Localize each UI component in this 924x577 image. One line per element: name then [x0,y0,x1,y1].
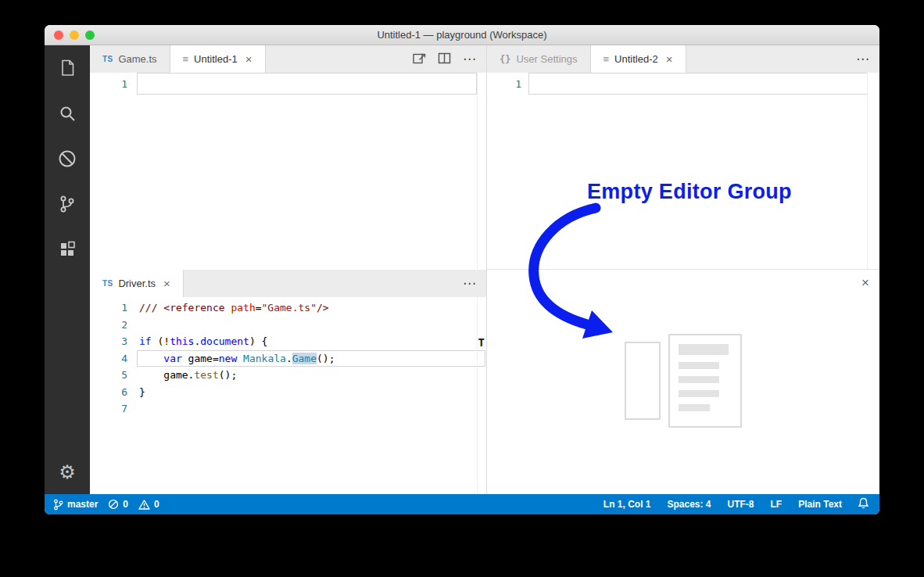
current-line-highlight [528,73,868,95]
code-token: game. [139,369,194,381]
window-title: Untitled-1 — playground (Workspace) [377,29,546,41]
tab-bar-left-top: TS Game.ts ≡ Untitled-1 × [90,45,486,73]
close-tab-icon[interactable]: × [163,278,170,289]
close-window-button[interactable] [54,30,63,40]
code-token: Game [292,353,317,364]
code-line[interactable]: 6} [90,384,486,401]
close-group-button[interactable]: × [861,276,869,289]
tab-driver-ts[interactable]: TS Driver.ts × [90,270,184,297]
json-settings-icon: {} [500,54,510,65]
watermark-bar [679,344,729,355]
activity-extensions[interactable] [45,227,90,272]
editor-line: 1 [90,73,486,95]
line-number[interactable]: 1 [90,299,127,317]
code-token: "Game.ts" [262,302,317,314]
warnings-status[interactable]: 0 [138,499,159,510]
line-number[interactable]: 6 [90,384,127,401]
ruler-line [477,297,478,494]
code-line[interactable]: 1/// <reference path="Game.ts"/> [90,299,486,317]
editor-untitled-1[interactable]: 1 [90,73,486,270]
tab-label: Untitled-1 [194,53,238,65]
more-actions-button[interactable]: ⋯ [463,52,476,66]
status-bar: master 0 0 Ln 1, Col 1 Spaces: 4 UTF-8 L… [45,494,879,514]
more-actions-button[interactable]: ⋯ [463,277,476,290]
code-token: /> [317,302,329,314]
indentation-status[interactable]: Spaces: 4 [667,499,711,510]
code-line[interactable]: 5 game.test(); [90,367,486,384]
activity-explorer[interactable] [45,45,90,91]
empty-group-watermark [625,334,742,428]
line-number[interactable]: 2 [90,317,127,334]
editor-group-right-top: {} User Settings ≡ Untitled-2 × ⋯ [487,45,879,270]
code-line[interactable]: 7 [90,400,486,418]
line-number[interactable]: 7 [90,400,127,418]
notifications-button[interactable] [858,497,868,511]
editor-group-left-bottom: TS Driver.ts × ⋯ 1/// <reference path="G… [90,270,486,494]
open-preview-button[interactable] [413,52,426,66]
tab-untitled-1[interactable]: ≡ Untitled-1 × [170,45,266,73]
tab-bar-right-top: {} User Settings ≡ Untitled-2 × ⋯ [487,45,879,73]
editor-driver-ts[interactable]: 1/// <reference path="Game.ts"/>23if (!t… [90,297,486,494]
text-cursor-icon: T [478,336,485,349]
watermark-bar [679,362,719,369]
code-token: test [194,369,218,381]
horizontal-sash-left[interactable] [90,268,486,272]
horizontal-sash-right[interactable] [486,268,879,272]
tab-untitled-2[interactable]: ≡ Untitled-2 × [591,45,686,73]
editor-untitled-2[interactable]: 1 [487,73,879,269]
titlebar[interactable]: Untitled-1 — playground (Workspace) [45,25,879,45]
line-number[interactable]: 4 [90,350,127,367]
tab-user-settings[interactable]: {} User Settings [487,45,591,73]
code-token: (); [317,353,335,364]
annotation-text: Empty Editor Group [587,180,792,204]
line-number[interactable]: 5 [90,367,127,384]
line-number[interactable]: 1 [487,78,521,90]
error-icon [108,499,119,510]
tab-label: Game.ts [118,53,156,65]
line-number[interactable]: 1 [90,78,127,90]
activity-source-control[interactable] [45,181,90,227]
tab-label: User Settings [516,53,577,65]
code-token: . [286,353,292,364]
editor-group-left-top: TS Game.ts ≡ Untitled-1 × [90,45,486,270]
zoom-window-button[interactable] [85,30,95,40]
tab-game-ts[interactable]: TS Game.ts [90,45,170,73]
warning-count: 0 [154,499,159,510]
activity-search[interactable] [45,91,90,136]
errors-status[interactable]: 0 [108,499,128,510]
eol-status[interactable]: LF [771,499,783,510]
close-tab-icon[interactable]: × [245,53,252,65]
search-icon [58,104,77,123]
empty-editor-group[interactable]: × [487,270,879,494]
editor-line: 1 [487,73,879,95]
error-count: 0 [123,499,128,510]
ruler-line [477,73,478,270]
code-line[interactable]: 2 [90,317,486,334]
more-actions-button[interactable]: ⋯ [856,52,869,66]
minimize-window-button[interactable] [70,30,79,40]
watermark-page-right [668,334,742,428]
text-file-icon: ≡ [183,53,189,65]
code-token: (); [219,369,237,381]
split-editor-button[interactable] [438,52,451,66]
git-branch-status[interactable]: master [53,499,98,511]
code-line[interactable]: 4 var game=new Mankala.Game(); [90,350,486,367]
cursor-position-status[interactable]: Ln 1, Col 1 [603,499,651,510]
code-text: } [139,384,145,401]
code-text: var game=new Mankala.Game(); [139,350,335,367]
watermark-bar [679,390,719,397]
close-tab-icon[interactable]: × [666,53,673,65]
code-token: new [219,353,237,364]
bell-icon [858,497,868,509]
activity-settings[interactable]: ⚙ [45,450,90,494]
code-line[interactable]: 3if (!this.document) { [90,333,486,350]
activity-debug[interactable] [45,136,90,181]
language-mode-status[interactable]: Plain Text [798,499,842,510]
vscode-window: Untitled-1 — playground (Workspace) ⚙ [45,25,879,514]
encoding-status[interactable]: UTF-8 [728,499,754,510]
code-token: ) { [249,335,267,347]
code-text: /// <reference path="Game.ts"/> [139,299,329,317]
debug-disabled-icon [57,149,77,169]
line-number[interactable]: 3 [90,333,127,350]
code-token: = [256,302,262,314]
